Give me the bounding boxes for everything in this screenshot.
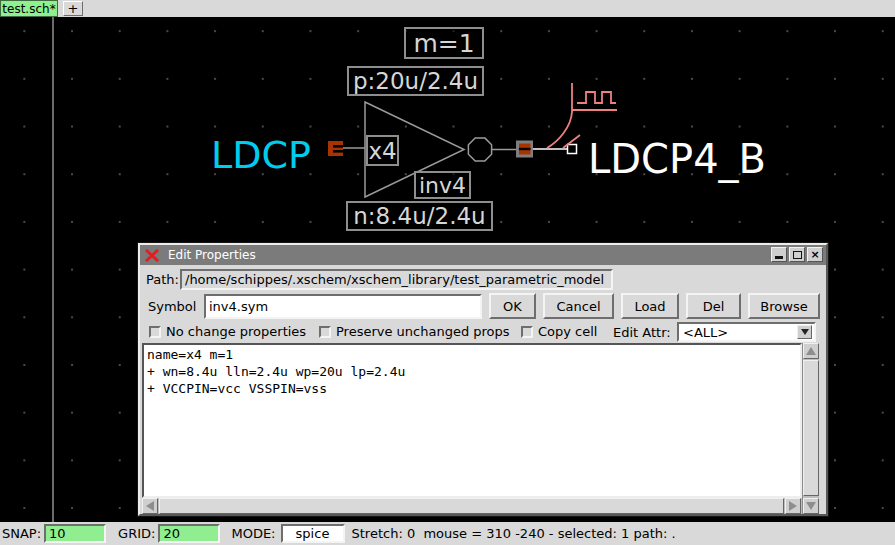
browse-button[interactable]: Browse [748, 293, 820, 319]
mode-label: MODE: [231, 526, 275, 541]
output-pin-icon[interactable] [516, 141, 533, 158]
symbol-name-label[interactable]: inv4 [414, 171, 471, 199]
edit-attr-dropdown[interactable]: <ALL> [677, 322, 816, 342]
copy-cell-checkbox[interactable]: Copy cell [521, 324, 597, 339]
snap-input[interactable]: 10 [44, 524, 106, 543]
edit-attr-value: <ALL> [679, 325, 797, 340]
snap-label: SNAP: [2, 526, 41, 541]
status-info-text: Stretch: 0 mouse = 310 -240 - selected: … [352, 526, 676, 541]
scroll-left-button[interactable] [142, 498, 158, 514]
checkbox-label: Preserve unchanged props [336, 324, 510, 339]
no-change-properties-checkbox[interactable]: No change properties [149, 324, 306, 339]
checkbox-icon[interactable] [319, 326, 331, 338]
net-label-ldcp4-b[interactable]: LDCP4_B [588, 136, 766, 182]
checkbox-icon[interactable] [149, 326, 161, 338]
path-label: Path: [146, 272, 179, 287]
del-button[interactable]: Del [686, 293, 741, 319]
minimize-button[interactable] [771, 247, 787, 262]
minimize-icon [775, 256, 783, 259]
arrow-up-icon [806, 347, 816, 355]
dropdown-arrow-button[interactable] [797, 325, 812, 339]
param-n-label[interactable]: n:8.4u/2.4u [346, 201, 493, 231]
symbol-input[interactable]: inv4.sym [204, 294, 482, 319]
tab-bar: test.sch* + [0, 0, 895, 17]
param-m-label[interactable]: m=1 [404, 27, 484, 59]
maximize-button[interactable] [789, 247, 805, 262]
load-button[interactable]: Load [621, 293, 679, 319]
horizontal-scroll-thumb[interactable] [159, 498, 784, 514]
input-pin-icon[interactable] [328, 141, 343, 156]
ok-button[interactable]: OK [489, 293, 536, 319]
scroll-up-button[interactable] [803, 343, 819, 359]
cancel-button[interactable]: Cancel [543, 293, 614, 319]
scroll-down-button[interactable] [803, 498, 819, 514]
dialog-title-bar[interactable]: Edit Properties × [140, 245, 826, 265]
inverter-bubble-icon [468, 138, 491, 161]
dialog-title: Edit Properties [168, 248, 256, 262]
close-icon: × [810, 248, 819, 261]
arrow-right-icon [789, 501, 797, 511]
vertical-scroll-thumb[interactable] [803, 360, 819, 496]
instance-name-label[interactable]: x4 [366, 135, 399, 166]
mode-input[interactable]: spice [281, 524, 345, 543]
preserve-unchanged-props-checkbox[interactable]: Preserve unchanged props [319, 324, 510, 339]
symbol-label: Symbol [148, 299, 196, 314]
scroll-right-button[interactable] [785, 498, 801, 514]
edit-properties-dialog: Edit Properties × Path: /home/schippes/.… [138, 243, 828, 516]
checkbox-label: No change properties [166, 324, 306, 339]
path-field[interactable]: /home/schippes/.xschem/xschem_library/te… [182, 271, 611, 288]
edit-attr-label: Edit Attr: [613, 325, 671, 340]
grid-label: GRID: [118, 526, 155, 541]
properties-textarea[interactable]: name=x4 m=1 + wn=8.4u lln=2.4u wp=20u lp… [142, 343, 802, 498]
new-tab-button[interactable]: + [63, 1, 83, 16]
checkbox-label: Copy cell [538, 324, 597, 339]
chevron-down-icon [801, 329, 809, 335]
xschem-logo-icon [145, 249, 159, 262]
net-label-ldcp[interactable]: LDCP [211, 133, 311, 177]
arrow-left-icon [146, 501, 154, 511]
net-terminal-icon[interactable] [568, 145, 577, 154]
xschem-window: { "tab_bar": { "active_tab": "test.sch*"… [0, 0, 895, 545]
checkbox-icon[interactable] [521, 326, 533, 338]
maximize-icon [793, 251, 802, 259]
arrow-down-icon [806, 502, 816, 510]
tab-test-sch[interactable]: test.sch* [0, 0, 58, 17]
status-bar: SNAP: 10 GRID: 20 MODE: spice Stretch: 0… [0, 522, 895, 545]
param-p-label[interactable]: p:20u/2.4u [347, 66, 484, 96]
grid-input[interactable]: 20 [158, 524, 220, 543]
close-button[interactable]: × [807, 247, 823, 262]
vertical-scrollbar[interactable] [802, 343, 819, 514]
horizontal-scrollbar[interactable] [142, 498, 802, 514]
